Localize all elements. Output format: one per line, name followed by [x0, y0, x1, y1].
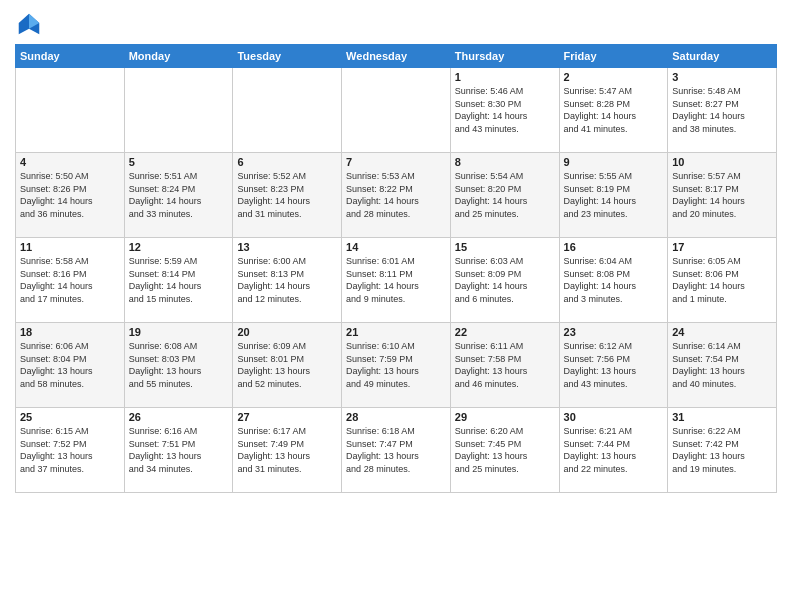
col-header-monday: Monday [124, 45, 233, 68]
day-info: Sunrise: 6:21 AM Sunset: 7:44 PM Dayligh… [564, 425, 664, 475]
day-info: Sunrise: 6:18 AM Sunset: 7:47 PM Dayligh… [346, 425, 446, 475]
day-number: 29 [455, 411, 555, 423]
day-number: 11 [20, 241, 120, 253]
calendar-cell: 7Sunrise: 5:53 AM Sunset: 8:22 PM Daylig… [342, 153, 451, 238]
day-info: Sunrise: 5:59 AM Sunset: 8:14 PM Dayligh… [129, 255, 229, 305]
day-number: 17 [672, 241, 772, 253]
calendar-cell: 2Sunrise: 5:47 AM Sunset: 8:28 PM Daylig… [559, 68, 668, 153]
calendar-cell: 29Sunrise: 6:20 AM Sunset: 7:45 PM Dayli… [450, 408, 559, 493]
calendar-cell: 28Sunrise: 6:18 AM Sunset: 7:47 PM Dayli… [342, 408, 451, 493]
calendar-cell: 11Sunrise: 5:58 AM Sunset: 8:16 PM Dayli… [16, 238, 125, 323]
day-info: Sunrise: 5:50 AM Sunset: 8:26 PM Dayligh… [20, 170, 120, 220]
day-number: 25 [20, 411, 120, 423]
calendar-cell: 10Sunrise: 5:57 AM Sunset: 8:17 PM Dayli… [668, 153, 777, 238]
logo [15, 10, 47, 38]
day-number: 6 [237, 156, 337, 168]
day-number: 13 [237, 241, 337, 253]
calendar-week-2: 4Sunrise: 5:50 AM Sunset: 8:26 PM Daylig… [16, 153, 777, 238]
day-number: 21 [346, 326, 446, 338]
day-number: 26 [129, 411, 229, 423]
day-info: Sunrise: 6:22 AM Sunset: 7:42 PM Dayligh… [672, 425, 772, 475]
calendar-cell [124, 68, 233, 153]
calendar-week-1: 1Sunrise: 5:46 AM Sunset: 8:30 PM Daylig… [16, 68, 777, 153]
day-info: Sunrise: 6:03 AM Sunset: 8:09 PM Dayligh… [455, 255, 555, 305]
day-number: 27 [237, 411, 337, 423]
calendar-cell: 5Sunrise: 5:51 AM Sunset: 8:24 PM Daylig… [124, 153, 233, 238]
day-number: 23 [564, 326, 664, 338]
day-info: Sunrise: 5:53 AM Sunset: 8:22 PM Dayligh… [346, 170, 446, 220]
day-number: 8 [455, 156, 555, 168]
day-info: Sunrise: 6:17 AM Sunset: 7:49 PM Dayligh… [237, 425, 337, 475]
day-info: Sunrise: 6:05 AM Sunset: 8:06 PM Dayligh… [672, 255, 772, 305]
day-info: Sunrise: 5:52 AM Sunset: 8:23 PM Dayligh… [237, 170, 337, 220]
day-info: Sunrise: 6:11 AM Sunset: 7:58 PM Dayligh… [455, 340, 555, 390]
day-info: Sunrise: 5:57 AM Sunset: 8:17 PM Dayligh… [672, 170, 772, 220]
col-header-saturday: Saturday [668, 45, 777, 68]
day-info: Sunrise: 6:06 AM Sunset: 8:04 PM Dayligh… [20, 340, 120, 390]
day-info: Sunrise: 5:58 AM Sunset: 8:16 PM Dayligh… [20, 255, 120, 305]
day-info: Sunrise: 6:04 AM Sunset: 8:08 PM Dayligh… [564, 255, 664, 305]
calendar-cell: 24Sunrise: 6:14 AM Sunset: 7:54 PM Dayli… [668, 323, 777, 408]
day-number: 7 [346, 156, 446, 168]
calendar-cell: 31Sunrise: 6:22 AM Sunset: 7:42 PM Dayli… [668, 408, 777, 493]
day-info: Sunrise: 5:48 AM Sunset: 8:27 PM Dayligh… [672, 85, 772, 135]
day-info: Sunrise: 6:08 AM Sunset: 8:03 PM Dayligh… [129, 340, 229, 390]
calendar-cell: 16Sunrise: 6:04 AM Sunset: 8:08 PM Dayli… [559, 238, 668, 323]
day-number: 22 [455, 326, 555, 338]
calendar-cell: 9Sunrise: 5:55 AM Sunset: 8:19 PM Daylig… [559, 153, 668, 238]
calendar-cell [342, 68, 451, 153]
day-info: Sunrise: 6:12 AM Sunset: 7:56 PM Dayligh… [564, 340, 664, 390]
day-info: Sunrise: 5:51 AM Sunset: 8:24 PM Dayligh… [129, 170, 229, 220]
day-info: Sunrise: 5:55 AM Sunset: 8:19 PM Dayligh… [564, 170, 664, 220]
day-number: 28 [346, 411, 446, 423]
day-info: Sunrise: 6:10 AM Sunset: 7:59 PM Dayligh… [346, 340, 446, 390]
calendar-cell: 27Sunrise: 6:17 AM Sunset: 7:49 PM Dayli… [233, 408, 342, 493]
calendar-cell: 15Sunrise: 6:03 AM Sunset: 8:09 PM Dayli… [450, 238, 559, 323]
calendar-cell [16, 68, 125, 153]
calendar-week-4: 18Sunrise: 6:06 AM Sunset: 8:04 PM Dayli… [16, 323, 777, 408]
col-header-sunday: Sunday [16, 45, 125, 68]
calendar-cell: 6Sunrise: 5:52 AM Sunset: 8:23 PM Daylig… [233, 153, 342, 238]
calendar-cell: 20Sunrise: 6:09 AM Sunset: 8:01 PM Dayli… [233, 323, 342, 408]
calendar-cell: 26Sunrise: 6:16 AM Sunset: 7:51 PM Dayli… [124, 408, 233, 493]
logo-icon [15, 10, 43, 38]
calendar-cell: 30Sunrise: 6:21 AM Sunset: 7:44 PM Dayli… [559, 408, 668, 493]
day-info: Sunrise: 6:16 AM Sunset: 7:51 PM Dayligh… [129, 425, 229, 475]
day-number: 30 [564, 411, 664, 423]
day-number: 2 [564, 71, 664, 83]
day-info: Sunrise: 6:01 AM Sunset: 8:11 PM Dayligh… [346, 255, 446, 305]
day-number: 9 [564, 156, 664, 168]
calendar-week-3: 11Sunrise: 5:58 AM Sunset: 8:16 PM Dayli… [16, 238, 777, 323]
day-info: Sunrise: 6:15 AM Sunset: 7:52 PM Dayligh… [20, 425, 120, 475]
day-info: Sunrise: 6:09 AM Sunset: 8:01 PM Dayligh… [237, 340, 337, 390]
calendar-cell: 23Sunrise: 6:12 AM Sunset: 7:56 PM Dayli… [559, 323, 668, 408]
day-info: Sunrise: 5:54 AM Sunset: 8:20 PM Dayligh… [455, 170, 555, 220]
calendar-cell [233, 68, 342, 153]
header [15, 10, 777, 38]
calendar-cell: 25Sunrise: 6:15 AM Sunset: 7:52 PM Dayli… [16, 408, 125, 493]
calendar-cell: 4Sunrise: 5:50 AM Sunset: 8:26 PM Daylig… [16, 153, 125, 238]
calendar-cell: 14Sunrise: 6:01 AM Sunset: 8:11 PM Dayli… [342, 238, 451, 323]
day-info: Sunrise: 6:20 AM Sunset: 7:45 PM Dayligh… [455, 425, 555, 475]
day-number: 4 [20, 156, 120, 168]
calendar-cell: 18Sunrise: 6:06 AM Sunset: 8:04 PM Dayli… [16, 323, 125, 408]
day-info: Sunrise: 5:46 AM Sunset: 8:30 PM Dayligh… [455, 85, 555, 135]
calendar-cell: 22Sunrise: 6:11 AM Sunset: 7:58 PM Dayli… [450, 323, 559, 408]
day-number: 1 [455, 71, 555, 83]
day-number: 24 [672, 326, 772, 338]
day-number: 19 [129, 326, 229, 338]
day-number: 31 [672, 411, 772, 423]
day-number: 15 [455, 241, 555, 253]
col-header-wednesday: Wednesday [342, 45, 451, 68]
col-header-thursday: Thursday [450, 45, 559, 68]
calendar-cell: 1Sunrise: 5:46 AM Sunset: 8:30 PM Daylig… [450, 68, 559, 153]
day-info: Sunrise: 6:00 AM Sunset: 8:13 PM Dayligh… [237, 255, 337, 305]
day-number: 12 [129, 241, 229, 253]
calendar-cell: 12Sunrise: 5:59 AM Sunset: 8:14 PM Dayli… [124, 238, 233, 323]
calendar-cell: 8Sunrise: 5:54 AM Sunset: 8:20 PM Daylig… [450, 153, 559, 238]
day-number: 16 [564, 241, 664, 253]
calendar-cell: 17Sunrise: 6:05 AM Sunset: 8:06 PM Dayli… [668, 238, 777, 323]
col-header-friday: Friday [559, 45, 668, 68]
calendar-table: SundayMondayTuesdayWednesdayThursdayFrid… [15, 44, 777, 493]
calendar-cell: 13Sunrise: 6:00 AM Sunset: 8:13 PM Dayli… [233, 238, 342, 323]
